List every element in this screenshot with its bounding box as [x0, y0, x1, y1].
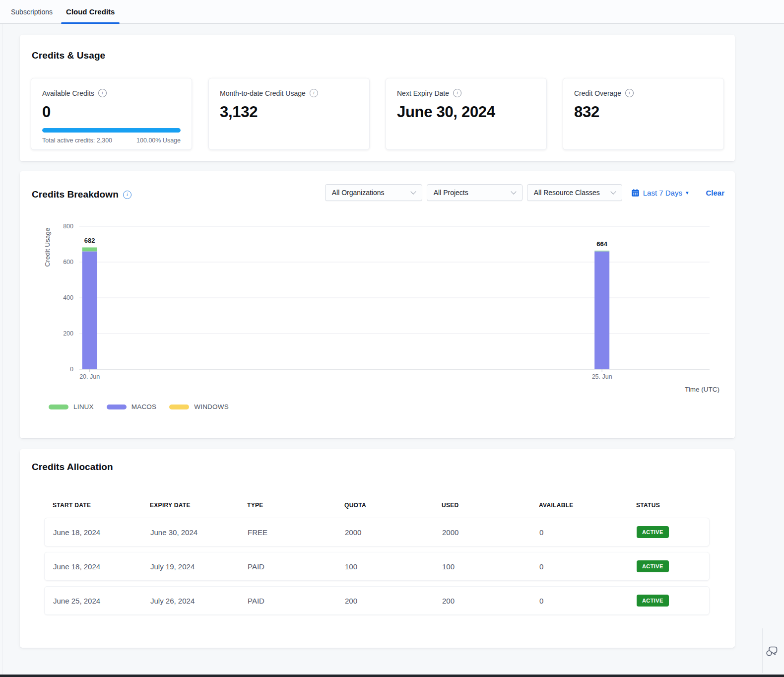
usage-percent-text: 100.00% Usage — [136, 137, 181, 144]
svg-text:800: 800 — [63, 223, 73, 230]
cell-expiry-date: July 26, 2024 — [142, 597, 239, 605]
col-used: USED — [433, 502, 530, 509]
legend-swatch — [169, 405, 189, 409]
next-expiry-card: Next Expiry Date June 30, 2024 — [386, 78, 547, 150]
status-badge: ACTIVE — [637, 560, 669, 572]
chat-widget-divider — [762, 628, 763, 673]
credits-breakdown-title: Credits Breakdown — [32, 189, 119, 200]
resource-classes-select-value: All Resource Classes — [534, 189, 600, 197]
legend-item-macos[interactable]: MACOS — [107, 403, 157, 410]
svg-text:682: 682 — [84, 237, 95, 244]
caret-down-icon — [686, 190, 689, 196]
cell-available: 0 — [531, 528, 628, 537]
cell-quota: 100 — [336, 562, 434, 571]
cell-expiry-date: July 19, 2024 — [142, 562, 239, 571]
info-icon[interactable] — [310, 89, 318, 97]
svg-text:Credit Usage: Credit Usage — [44, 228, 51, 267]
table-row: June 18, 2024 June 30, 2024 FREE 2000 20… — [44, 518, 710, 546]
cell-used: 100 — [434, 562, 531, 571]
credits-allocation-title: Credits Allocation — [32, 462, 113, 473]
tab-cloud-credits[interactable]: Cloud Credits — [61, 0, 120, 23]
calendar-icon — [631, 189, 640, 197]
cell-used: 200 — [434, 597, 531, 605]
svg-text:664: 664 — [596, 240, 607, 248]
legend-label: WINDOWS — [194, 403, 229, 410]
credit-overage-card: Credit Overage 832 — [563, 78, 724, 150]
credit-usage-chart: 0200400600800Credit Usage68220. Jun66425… — [20, 218, 735, 427]
legend-swatch — [49, 405, 68, 409]
cell-type: PAID — [239, 597, 336, 605]
date-range-picker[interactable]: Last 7 Days — [631, 189, 689, 197]
cell-quota: 2000 — [336, 528, 434, 537]
chevron-down-icon — [410, 189, 416, 194]
cell-expiry-date: June 30, 2024 — [142, 528, 239, 537]
svg-text:20. Jun: 20. Jun — [79, 373, 100, 380]
tab-subscriptions[interactable]: Subscriptions — [11, 0, 53, 23]
credits-usage-title: Credits & Usage — [32, 50, 105, 61]
mtd-usage-value: 3,132 — [220, 103, 358, 121]
status-badge: ACTIVE — [637, 595, 669, 607]
available-credits-card: Available Credits 0 Total active credits… — [31, 78, 192, 150]
projects-select[interactable]: All Projects — [427, 184, 523, 201]
credits-breakdown-card: Credits Breakdown All Organizations All … — [20, 171, 735, 438]
legend-swatch — [107, 405, 127, 409]
credit-overage-value: 832 — [574, 103, 713, 121]
legend-item-linux[interactable]: LINUX — [49, 403, 94, 410]
col-start-date: START DATE — [44, 502, 141, 509]
info-icon[interactable] — [98, 89, 107, 97]
mtd-usage-label: Month-to-date Credit Usage — [220, 89, 306, 97]
projects-select-value: All Projects — [434, 189, 468, 197]
svg-text:0: 0 — [70, 366, 73, 373]
credits-progress-bar — [42, 128, 181, 133]
allocation-table: START DATE EXPIRY DATE TYPE QUOTA USED A… — [44, 502, 710, 620]
credit-overage-label: Credit Overage — [574, 89, 621, 97]
chart-filters: All Organizations All Projects All Resou… — [325, 184, 724, 201]
col-expiry-date: EXPIRY DATE — [141, 502, 239, 509]
legend-label: LINUX — [73, 403, 94, 410]
available-credits-label: Available Credits — [42, 89, 94, 97]
cell-type: FREE — [239, 528, 336, 537]
content-left-divider — [2, 24, 2, 675]
next-expiry-value: June 30, 2024 — [397, 103, 535, 121]
chevron-down-icon — [511, 189, 516, 194]
organizations-select[interactable]: All Organizations — [325, 184, 422, 201]
cell-quota: 200 — [336, 597, 434, 605]
cell-available: 0 — [531, 562, 628, 571]
resource-classes-select[interactable]: All Resource Classes — [527, 184, 622, 201]
total-active-credits-text: Total active credits: 2,300 — [42, 137, 112, 144]
chat-support-icon[interactable] — [764, 643, 779, 658]
table-row: June 18, 2024 July 19, 2024 PAID 100 100… — [44, 552, 710, 581]
legend-item-windows[interactable]: WINDOWS — [169, 403, 229, 410]
cell-start-date: June 25, 2024 — [45, 597, 142, 605]
tab-cloud-credits-label: Cloud Credits — [66, 7, 115, 16]
chevron-down-icon — [610, 189, 616, 194]
clear-filters-link[interactable]: Clear — [706, 189, 724, 197]
col-type: TYPE — [239, 502, 336, 509]
col-available: AVAILABLE — [530, 502, 628, 509]
info-icon[interactable] — [453, 89, 461, 97]
col-quota: QUOTA — [336, 502, 433, 509]
svg-text:200: 200 — [63, 330, 73, 337]
info-icon[interactable] — [123, 191, 131, 199]
col-status: STATUS — [628, 502, 710, 509]
info-icon[interactable] — [625, 89, 634, 97]
svg-text:25. Jun: 25. Jun — [592, 373, 612, 380]
cell-start-date: June 18, 2024 — [45, 528, 142, 537]
next-expiry-label: Next Expiry Date — [397, 89, 449, 97]
cell-type: PAID — [239, 562, 336, 571]
mtd-usage-card: Month-to-date Credit Usage 3,132 — [208, 78, 370, 150]
svg-text:Time (UTC): Time (UTC) — [685, 386, 719, 393]
date-range-value: Last 7 Days — [643, 189, 682, 197]
svg-text:600: 600 — [63, 259, 73, 266]
available-credits-value: 0 — [42, 103, 181, 121]
credits-allocation-card: Credits Allocation START DATE EXPIRY DAT… — [20, 449, 735, 648]
tab-bar: Subscriptions Cloud Credits — [0, 0, 784, 24]
allocation-table-header: START DATE EXPIRY DATE TYPE QUOTA USED A… — [44, 502, 710, 509]
active-tab-indicator — [61, 22, 120, 24]
credits-progress-fill — [42, 128, 181, 133]
credits-usage-card: Credits & Usage Available Credits 0 Tota… — [20, 35, 735, 161]
window-bottom-edge — [0, 675, 784, 677]
cell-available: 0 — [531, 597, 628, 605]
legend-label: MACOS — [131, 403, 157, 410]
chart-legend: LINUXMACOSWINDOWS — [49, 403, 229, 410]
